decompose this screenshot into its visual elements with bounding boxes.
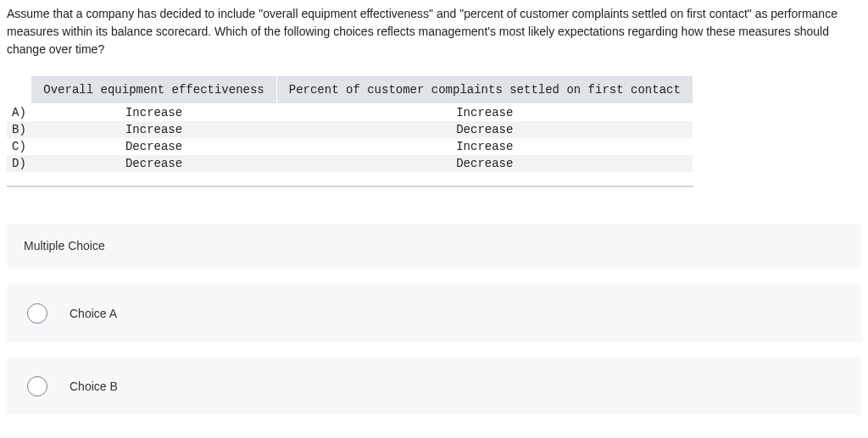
option-a-row[interactable]: Choice A	[7, 285, 861, 342]
cell: Decrease	[276, 121, 693, 138]
question-text: Assume that a company has decided to inc…	[7, 5, 861, 58]
option-b-row[interactable]: Choice B	[7, 358, 861, 415]
table-corner	[7, 76, 31, 104]
multiple-choice-heading-block: Multiple Choice	[7, 224, 861, 268]
row-label: C)	[7, 138, 31, 155]
table-header-col1: Overall equipment effectiveness	[31, 76, 276, 104]
row-label: A)	[7, 104, 31, 122]
cell: Increase	[31, 121, 276, 138]
row-label: D)	[7, 155, 31, 172]
options-table-wrap: Overall equipment effectiveness Percent …	[7, 75, 693, 187]
table-row: D) Decrease Decrease	[7, 155, 693, 172]
table-row: B) Increase Decrease	[7, 121, 693, 138]
table-header-col2: Percent of customer complaints settled o…	[276, 76, 693, 104]
cell: Increase	[276, 104, 693, 122]
radio-button-b[interactable]	[27, 376, 47, 396]
table-row: C) Decrease Increase	[7, 138, 693, 155]
cell: Increase	[31, 104, 276, 122]
row-label: B)	[7, 121, 31, 138]
cell: Increase	[276, 138, 693, 155]
options-table: Overall equipment effectiveness Percent …	[7, 75, 693, 172]
cell: Decrease	[31, 138, 276, 155]
table-row: A) Increase Increase	[7, 104, 693, 122]
option-b-label: Choice B	[70, 380, 118, 393]
cell: Decrease	[276, 155, 693, 172]
option-a-label: Choice A	[70, 307, 117, 320]
multiple-choice-heading: Multiple Choice	[24, 239, 844, 252]
cell: Decrease	[31, 155, 276, 172]
radio-button-a[interactable]	[27, 303, 47, 324]
